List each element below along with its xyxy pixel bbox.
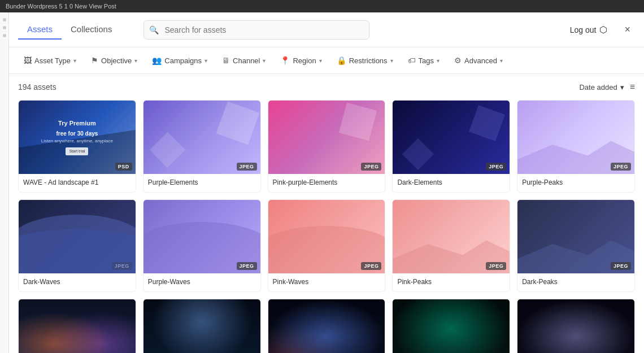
filter-region[interactable]: 📍 Region ▾ — [275, 53, 327, 68]
asset-thumbnail: Try Premium free for 30 days Listen anyw… — [19, 101, 136, 174]
filter-channel[interactable]: 🖥 Channel ▾ — [216, 53, 271, 68]
asset-name: Dark-Elements — [393, 174, 510, 192]
asset-badge: JPEG — [237, 262, 257, 270]
asset-card[interactable]: JPEG — [18, 299, 136, 353]
chevron-down-icon: ▾ — [620, 83, 624, 91]
asset-name: Pink-Waves — [268, 273, 385, 291]
asset-thumbnail: JPEG — [517, 200, 634, 273]
tab-bar: Assets Collections — [18, 20, 121, 40]
chevron-down-icon: ▾ — [500, 58, 503, 64]
asset-name: Dark-Waves — [19, 273, 136, 291]
asset-badge: JPEG — [112, 262, 132, 270]
asset-card[interactable]: JPEG — [517, 299, 635, 353]
asset-card[interactable]: JPEG — [143, 299, 261, 353]
asset-card[interactable]: JPEG Pink-Peaks — [392, 199, 510, 292]
asset-badge: JPEG — [611, 163, 631, 171]
assets-count: 194 assets — [18, 82, 56, 91]
asset-thumbnail: JPEG — [517, 299, 634, 353]
chevron-down-icon: ▾ — [204, 58, 207, 64]
asset-badge: JPEG — [237, 163, 257, 171]
sort-button[interactable]: Date added ▾ — [579, 83, 624, 91]
asset-badge: JPEG — [611, 262, 631, 270]
asset-card[interactable]: JPEG Purple-Waves — [143, 199, 261, 292]
filter-bar: 🖼 Asset Type ▾ ⚑ Objective ▾ 👥 Campaigns… — [9, 47, 644, 74]
asset-thumbnail: JPEG — [393, 299, 510, 353]
tag-icon: 🏷 — [408, 56, 416, 65]
asset-name: Pink-purple-Elements — [268, 174, 385, 192]
asset-name: WAVE - Ad landscape #1 — [19, 174, 136, 192]
chevron-down-icon: ▾ — [390, 58, 393, 64]
left-nav — [0, 12, 9, 353]
asset-card[interactable]: JPEG — [268, 299, 386, 353]
image-icon: 🖼 — [24, 56, 32, 65]
asset-name: Purple-Waves — [143, 273, 260, 291]
header: Assets Collections 🔍 Log out ⬡ × — [9, 12, 644, 47]
flag-icon: ⚑ — [91, 56, 98, 65]
tab-assets[interactable]: Assets — [18, 20, 62, 40]
assets-header: 194 assets Date added ▾ ≡ — [18, 82, 635, 92]
asset-card[interactable]: JPEG Purple-Elements — [143, 100, 261, 193]
asset-badge: JPEG — [361, 262, 381, 270]
asset-badge: JPEG — [486, 262, 506, 270]
asset-card[interactable]: JPEG Dark-Elements — [392, 100, 510, 193]
asset-name: Purple-Peaks — [517, 174, 634, 192]
grid-filter-button[interactable]: ≡ — [630, 82, 635, 92]
browser-bar: Bunder Wordpress 5 1 0 New View Post — [0, 0, 644, 12]
asset-thumbnail: JPEG — [268, 299, 385, 353]
chevron-down-icon: ▾ — [319, 58, 322, 64]
asset-badge: JPEG — [361, 163, 381, 171]
asset-thumbnail: JPEG — [19, 200, 136, 273]
app-container: Assets Collections 🔍 Log out ⬡ × 🖼 Asset… — [9, 12, 644, 353]
browser-bar-text: Bunder Wordpress 5 1 0 New View Post — [6, 3, 116, 10]
filter-restrictions[interactable]: 🔒 Restrictions ▾ — [331, 53, 399, 68]
asset-card[interactable]: Try Premium free for 30 days Listen anyw… — [18, 100, 136, 193]
asset-thumbnail: JPEG — [268, 200, 385, 273]
chevron-down-icon: ▾ — [73, 58, 76, 64]
lock-icon: 🔒 — [337, 56, 346, 65]
filter-campaigns[interactable]: 👥 Campaigns ▾ — [146, 53, 213, 68]
asset-name: Purple-Elements — [143, 174, 260, 192]
asset-card[interactable]: JPEG Dark-Waves — [18, 199, 136, 292]
asset-thumbnail: JPEG — [268, 101, 385, 174]
asset-card[interactable]: JPEG Pink-purple-Elements — [268, 100, 386, 193]
filter-tags[interactable]: 🏷 Tags ▾ — [402, 53, 445, 68]
tab-collections[interactable]: Collections — [62, 20, 121, 40]
asset-name: Dark-Peaks — [517, 273, 634, 291]
header-actions: Log out ⬡ × — [564, 21, 635, 38]
chevron-down-icon: ▾ — [437, 58, 440, 64]
asset-card[interactable]: JPEG Purple-Peaks — [517, 100, 635, 193]
asset-thumbnail: JPEG — [19, 299, 136, 353]
asset-thumbnail: JPEG — [143, 101, 260, 174]
sort-controls: Date added ▾ ≡ — [579, 82, 635, 92]
asset-card[interactable]: JPEG — [392, 299, 510, 353]
chevron-down-icon: ▾ — [263, 58, 266, 64]
asset-thumbnail: JPEG — [393, 101, 510, 174]
search-input[interactable] — [143, 20, 369, 40]
asset-badge: PSD — [115, 163, 132, 171]
sliders-icon: ⚙ — [454, 56, 462, 65]
asset-thumbnail: JPEG — [143, 200, 260, 273]
filter-objective[interactable]: ⚑ Objective ▾ — [85, 53, 143, 68]
nav-dot — [3, 18, 6, 21]
filter-advanced[interactable]: ⚙ Advanced ▾ — [449, 53, 508, 68]
asset-name: Pink-Peaks — [393, 273, 510, 291]
asset-thumbnail: JPEG — [143, 299, 260, 353]
location-icon: 📍 — [280, 56, 290, 65]
nav-dot — [3, 26, 6, 29]
chevron-down-icon: ▾ — [134, 58, 137, 64]
asset-badge: JPEG — [486, 163, 506, 171]
logout-button[interactable]: Log out ⬡ — [564, 21, 613, 38]
logout-icon: ⬡ — [599, 24, 607, 35]
asset-thumbnail: JPEG — [393, 200, 510, 273]
people-icon: 👥 — [152, 56, 162, 65]
search-icon: 🔍 — [149, 25, 159, 34]
asset-card[interactable]: JPEG Pink-Waves — [268, 199, 386, 292]
asset-thumbnail: JPEG — [517, 101, 634, 174]
asset-grid: Try Premium free for 30 days Listen anyw… — [18, 100, 635, 353]
filter-asset-type[interactable]: 🖼 Asset Type ▾ — [18, 53, 82, 68]
main-content: 194 assets Date added ▾ ≡ Try Premium fr… — [9, 74, 644, 353]
close-button[interactable]: × — [620, 21, 635, 38]
monitor-icon: 🖥 — [222, 56, 230, 65]
nav-dot — [3, 34, 6, 37]
asset-card[interactable]: JPEG Dark-Peaks — [517, 199, 635, 292]
